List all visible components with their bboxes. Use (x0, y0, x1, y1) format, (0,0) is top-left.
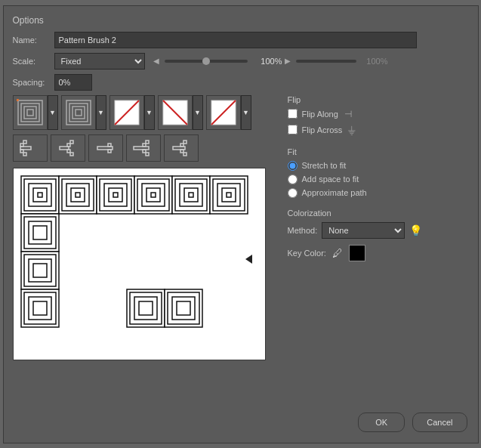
outer-corner-tile-group: ▼ (61, 95, 106, 130)
scale-row: Scale: Fixed Pressure Stylus Wheel ◀ 100… (13, 53, 469, 70)
svg-rect-24 (70, 153, 73, 156)
scale-select[interactable]: Fixed Pressure Stylus Wheel (54, 53, 145, 70)
svg-rect-44 (59, 176, 97, 214)
flip-along-row: Flip Along ⊣ (288, 109, 454, 119)
arrow-btn-4[interactable] (126, 134, 161, 162)
svg-rect-64 (210, 176, 248, 214)
ok-button[interactable]: OK (358, 412, 405, 432)
method-label: Method: (288, 226, 318, 235)
svg-rect-28 (134, 147, 149, 150)
start-tile-group: ▼ (158, 95, 203, 130)
start-tile-dropdown[interactable]: ▼ (193, 95, 203, 130)
scale-value2: 100% (359, 57, 388, 66)
spacing-input[interactable] (54, 74, 92, 91)
scale-slider-container: ◀ 100% ▶ 100% (151, 57, 388, 66)
preview-area (13, 168, 266, 360)
arrow-2-icon (57, 139, 79, 157)
side-tile-dropdown[interactable]: ▼ (48, 95, 58, 130)
svg-rect-0 (18, 100, 42, 125)
flip-along-icon: ⊣ (344, 109, 352, 119)
left-panel: ▼ ▼ (13, 95, 277, 360)
key-color-row: Key Color: 🖊 (288, 245, 454, 261)
flip-title: Flip (288, 95, 454, 104)
name-input[interactable] (54, 32, 417, 48)
spacing-label: Spacing: (13, 78, 54, 87)
flip-across-row: Flip Across ⏚ (288, 123, 454, 137)
inner-corner-tile-group: ▼ (109, 95, 155, 130)
svg-rect-69 (21, 214, 59, 252)
arrow-5-icon (170, 139, 193, 157)
arrow-3-icon (94, 139, 117, 157)
end-tile-dropdown[interactable]: ▼ (241, 95, 251, 130)
scale-value: 100% (254, 57, 282, 66)
add-space-to-fit-label: Add space to fit (302, 175, 359, 184)
key-color-swatch[interactable] (349, 245, 365, 261)
scale-slider-thumb[interactable] (202, 57, 210, 65)
start-tile-icon (162, 99, 189, 126)
outer-corner-tile-button[interactable] (61, 95, 96, 130)
start-tile-button[interactable] (158, 95, 193, 130)
scale-slider-track2[interactable] (296, 60, 356, 63)
flip-across-icon: ⏚ (348, 123, 356, 137)
flip-along-label: Flip Along (302, 110, 338, 119)
inner-corner-tile-dropdown[interactable]: ▼ (144, 95, 155, 130)
arrow-4-icon (132, 139, 155, 157)
dialog-title: Options (13, 15, 469, 26)
method-row: Method: None Tints Tints and Shades Hue … (288, 222, 454, 239)
arrow-1-icon (19, 139, 42, 157)
svg-rect-37 (183, 153, 187, 156)
inner-corner-tile-icon (113, 99, 140, 126)
scale-left-arrow-icon[interactable]: ◀ (153, 57, 159, 65)
fit-title: Fit (288, 147, 454, 156)
svg-rect-54 (134, 176, 172, 214)
stretch-to-fit-label: Stretch to fit (302, 161, 347, 170)
svg-rect-3 (27, 110, 33, 116)
inner-corner-tile-button[interactable] (109, 95, 144, 130)
main-content: ▼ ▼ (13, 95, 469, 360)
approx-path-row: Approximate path (288, 188, 454, 198)
approximate-path-label: Approximate path (302, 188, 367, 197)
colorization-title: Colorization (288, 209, 454, 218)
flip-across-checkbox[interactable] (288, 125, 298, 134)
right-panel: Flip Flip Along ⊣ Flip Across ⏚ Fit Stre… (288, 95, 454, 360)
svg-rect-49 (97, 176, 134, 214)
arrow-btn-5[interactable] (164, 134, 199, 162)
name-label: Name: (13, 36, 54, 45)
side-tile-button[interactable] (13, 95, 48, 130)
outer-corner-tile-icon (65, 99, 92, 126)
approximate-path-radio[interactable] (288, 188, 298, 198)
arrow-buttons-row (13, 134, 277, 162)
arrow-btn-3[interactable] (88, 134, 123, 162)
method-select[interactable]: None Tints Tints and Shades Hue Shift (322, 222, 405, 239)
eyedropper-icon[interactable]: 🖊 (332, 247, 343, 259)
svg-rect-81 (127, 289, 165, 327)
svg-rect-7 (72, 107, 85, 119)
svg-rect-73 (21, 252, 59, 289)
scale-right-arrow-icon[interactable]: ▶ (285, 57, 291, 65)
fit-section: Fit Stretch to fit Add space to fit Appr… (288, 147, 454, 198)
bottom-buttons: OK Cancel (358, 412, 467, 432)
flip-across-label: Flip Across (302, 125, 343, 134)
svg-rect-36 (183, 141, 187, 144)
stretch-to-fit-row: Stretch to fit (288, 161, 454, 171)
end-tile-button[interactable] (206, 95, 241, 130)
svg-rect-19 (23, 153, 26, 156)
add-space-to-fit-radio[interactable] (288, 175, 298, 184)
flip-along-checkbox[interactable] (288, 109, 298, 119)
svg-rect-77 (21, 289, 59, 327)
stretch-to-fit-radio[interactable] (288, 161, 298, 171)
scale-slider-track[interactable] (165, 60, 248, 63)
lightbulb-icon[interactable]: 💡 (409, 224, 422, 236)
preview-canvas (14, 168, 266, 360)
side-tile-icon (17, 99, 44, 126)
arrow-btn-2[interactable] (51, 134, 85, 162)
cancel-button[interactable]: Cancel (412, 412, 467, 432)
spacing-row: Spacing: (13, 74, 469, 91)
svg-rect-8 (76, 110, 82, 116)
svg-rect-39 (21, 176, 59, 214)
outer-corner-tile-dropdown[interactable]: ▼ (96, 95, 106, 130)
arrow-btn-1[interactable] (13, 134, 48, 162)
svg-rect-18 (23, 141, 26, 144)
scale-label: Scale: (13, 57, 54, 66)
key-color-label: Key Color: (288, 249, 326, 258)
